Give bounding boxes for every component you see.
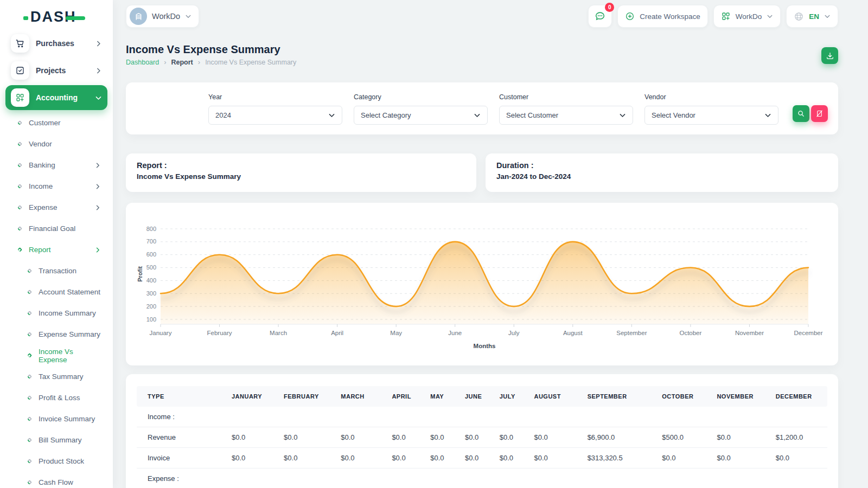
sidebar-item-income-summary[interactable]: Income Summary bbox=[0, 303, 113, 324]
x-tick-label: March bbox=[270, 330, 287, 336]
sidebar-item-invoice-summary[interactable]: Invoice Summary bbox=[0, 408, 113, 429]
submenu-chevron bbox=[94, 204, 101, 211]
sidebar-item-label: Report bbox=[29, 246, 51, 254]
workdo-menu-label: WorkDo bbox=[736, 12, 762, 21]
table-header-january: JANUARY bbox=[226, 386, 278, 407]
reset-filter-button[interactable] bbox=[811, 105, 828, 122]
vendor-select[interactable]: Select Vendor bbox=[644, 106, 778, 125]
table-header-april: APRIL bbox=[386, 386, 425, 407]
chevron-right-icon bbox=[94, 162, 101, 169]
income-vs-expense-table: TYPEJANUARYFEBRUARYMARCHAPRILMAYJUNEJULY… bbox=[137, 386, 827, 488]
sidebar-item-income-vs-expense[interactable]: Income Vs Expense bbox=[0, 345, 113, 366]
sidebar-item-customer[interactable]: Customer bbox=[0, 112, 113, 133]
sidebar-item-tax-summary[interactable]: Tax Summary bbox=[0, 366, 113, 387]
sidebar-item-financial-goal[interactable]: Financial Goal bbox=[0, 218, 113, 239]
customer-value: Select Customer bbox=[506, 111, 619, 119]
table-cell-value: $6,900.0 bbox=[582, 427, 657, 448]
vendor-label: Vendor bbox=[644, 93, 778, 101]
download-report-button[interactable] bbox=[821, 47, 838, 64]
breadcrumb-current: Income Vs Expense Summary bbox=[205, 59, 296, 66]
income-vs-expense-chart: 800700600500400300200100JanuaryFebruaryM… bbox=[137, 210, 827, 360]
workspace-name: WorkDo bbox=[152, 12, 180, 21]
sidebar-item-banking[interactable]: Banking bbox=[0, 155, 113, 176]
sidebar-item-label: Income bbox=[29, 182, 53, 190]
sidebar-item-vendor[interactable]: Vendor bbox=[0, 133, 113, 155]
sidebar-item-account-statement[interactable]: Account Statement bbox=[0, 281, 113, 303]
sidebar-item-label: Vendor bbox=[29, 140, 52, 148]
sidebar-item-transaction[interactable]: Transaction bbox=[0, 260, 113, 281]
sidebar-item-expense[interactable]: Expense bbox=[0, 197, 113, 218]
sidebar-item-purchases[interactable]: Purchases bbox=[5, 31, 107, 56]
chevron-down-icon bbox=[767, 13, 773, 20]
table-cell-value: $0.0 bbox=[226, 448, 278, 468]
bullet-icon bbox=[17, 205, 23, 210]
sidebar-item-label: Cash Flow bbox=[39, 478, 73, 486]
sidebar-item-bill-summary[interactable]: Bill Summary bbox=[0, 429, 113, 451]
language-button[interactable]: EN bbox=[786, 5, 838, 28]
y-tick-label: 300 bbox=[146, 290, 156, 297]
category-field: Category Select Category bbox=[354, 93, 488, 125]
category-select[interactable]: Select Category bbox=[354, 106, 488, 125]
chevron-down-icon bbox=[824, 13, 831, 20]
x-axis-title: Months bbox=[474, 343, 496, 349]
table-cell-value: $0.0 bbox=[335, 427, 386, 448]
page-title: Income Vs Expense Summary bbox=[126, 43, 280, 56]
table-cell-value: $0.0 bbox=[528, 427, 582, 448]
sidebar-item-profit-loss[interactable]: Profit & Loss bbox=[0, 387, 113, 408]
sidebar: DASH PurchasesProjectsAccounting Custome… bbox=[0, 0, 113, 488]
create-workspace-button[interactable]: Create Workspace bbox=[617, 5, 708, 28]
sidebar-accounting-submenu: CustomerVendorBankingIncomeExpenseFinanc… bbox=[0, 112, 113, 488]
bullet-icon bbox=[17, 247, 23, 253]
report-info-value: Income Vs Expense Summary bbox=[137, 172, 465, 181]
table-cell-value: $500.0 bbox=[656, 427, 711, 448]
duration-info-value: Jan-2024 to Dec-2024 bbox=[496, 172, 827, 181]
table-cell-value: $0.0 bbox=[770, 448, 827, 468]
app-logo[interactable]: DASH bbox=[30, 9, 76, 25]
table-cell-value: $0.0 bbox=[711, 448, 770, 468]
icon-box bbox=[11, 88, 29, 107]
bullet-icon bbox=[27, 268, 33, 274]
clear-filter-icon bbox=[815, 110, 824, 118]
table-cell-value: $0.0 bbox=[494, 448, 529, 468]
customer-field: Customer Select Customer bbox=[499, 93, 633, 125]
table-cell-value: $0.0 bbox=[226, 427, 278, 448]
submenu-chevron bbox=[94, 162, 101, 169]
bullet-icon bbox=[27, 416, 33, 422]
messages-button[interactable]: 0 bbox=[588, 5, 612, 28]
table-cell-type: Invoice bbox=[137, 448, 226, 468]
bullet-icon bbox=[27, 459, 33, 464]
bullet-icon bbox=[27, 332, 33, 337]
category-label: Category bbox=[354, 93, 488, 101]
customer-select[interactable]: Select Customer bbox=[499, 106, 633, 125]
sidebar-item-income[interactable]: Income bbox=[0, 176, 113, 197]
table-cell-value: $0.0 bbox=[656, 448, 711, 468]
sidebar-item-product-stock[interactable]: Product Stock bbox=[0, 451, 113, 472]
bullet-icon bbox=[27, 290, 33, 295]
table-cell-value: $1,200.0 bbox=[770, 427, 827, 448]
x-tick-label: February bbox=[207, 330, 232, 336]
table-header-may: MAY bbox=[425, 386, 459, 407]
sidebar-item-projects[interactable]: Projects bbox=[5, 58, 107, 83]
sidebar-item-report[interactable]: Report bbox=[0, 239, 113, 260]
sidebar-item-label: Financial Goal bbox=[29, 224, 75, 233]
workspace-switcher[interactable]: WorkDo bbox=[126, 5, 199, 28]
filter-card: Year 2024 Category Select Category Custo… bbox=[126, 82, 838, 134]
chart-svg: 800700600500400300200100JanuaryFebruaryM… bbox=[137, 210, 829, 358]
table-cell-value: $0.0 bbox=[425, 448, 459, 468]
breadcrumb-dashboard[interactable]: Dashboard bbox=[126, 59, 159, 66]
topbar-actions: 0 Create Workspace WorkDo EN bbox=[588, 5, 838, 28]
logo-accent-bar bbox=[66, 16, 85, 20]
sidebar-item-cash-flow[interactable]: Cash Flow bbox=[0, 472, 113, 488]
workdo-menu-button[interactable]: WorkDo bbox=[713, 5, 781, 28]
bullet-icon bbox=[17, 163, 23, 168]
duration-info-title: Duration : bbox=[496, 161, 827, 170]
chart-card: 800700600500400300200100JanuaryFebruaryM… bbox=[126, 203, 838, 365]
table-cell-value: $0.0 bbox=[278, 427, 335, 448]
sidebar-item-expense-summary[interactable]: Expense Summary bbox=[0, 324, 113, 345]
sidebar-item-accounting[interactable]: Accounting bbox=[5, 85, 107, 110]
year-select[interactable]: 2024 bbox=[208, 106, 342, 125]
apply-filter-button[interactable] bbox=[793, 105, 809, 122]
table-cell-value: $0.0 bbox=[278, 448, 335, 468]
bullet-icon bbox=[17, 226, 23, 232]
breadcrumb-report[interactable]: Report bbox=[171, 59, 193, 66]
